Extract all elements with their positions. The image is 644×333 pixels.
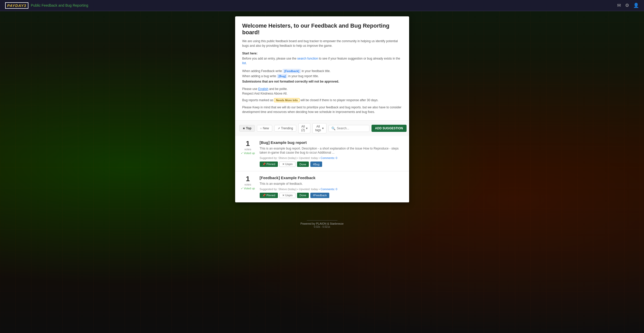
add-suggestion-button[interactable]: ADD SUGGESTION: [372, 125, 407, 132]
item-desc-2: This is an example of feedback.: [260, 182, 404, 186]
unpin-tag-2[interactable]: ✕ Unpin: [279, 193, 296, 198]
tab-top[interactable]: ★ Top: [239, 125, 255, 132]
tab-new-label: New: [263, 127, 269, 130]
mail-icon[interactable]: ✉: [617, 3, 621, 8]
done-tag-1[interactable]: Done: [297, 162, 309, 167]
search-function-link[interactable]: search function: [297, 57, 318, 60]
search-box: 🔍: [329, 125, 369, 132]
search-icon: 🔍: [331, 127, 335, 130]
tab-new[interactable]: ○ New: [257, 125, 272, 132]
needs-more-info-notice: Bug reports marked as Needs More Info wi…: [242, 98, 402, 102]
footer: Powered by PLAION & Starbreeze 0.02s - 0…: [0, 218, 644, 231]
bug-tag: [Bug]: [277, 74, 288, 78]
voted-up-2: ✓ Voted up: [241, 187, 255, 190]
feedback-rule: When adding Feedback write [Feedback] in…: [242, 68, 402, 74]
toolbar: ★ Top ○ New ↗ Trending All (2) ▾ All tag…: [235, 120, 409, 136]
start-here-label: Start here:: [242, 52, 402, 55]
tab-trending-label: Trending: [281, 127, 293, 130]
welcome-section: Welcome Heisters, to our Feedback and Bu…: [235, 16, 409, 120]
item-title-2[interactable]: [Feedback] Example Feedback: [260, 175, 404, 180]
timing: 0.02s - 0.021s: [314, 225, 330, 228]
suggestion-item-1: 1 votes ✓ Voted up [Bug] Example bug rep…: [235, 136, 409, 171]
english-link[interactable]: English: [258, 87, 268, 91]
item-desc-1: This is an example bug report. Descripti…: [260, 146, 404, 155]
filter-all-btn[interactable]: All (2) ▾: [298, 123, 310, 133]
item-body-2: [Feedback] Example Feedback This is an e…: [260, 175, 404, 198]
comments-link-2[interactable]: Comments: 0: [321, 188, 337, 191]
content-panel: Welcome Heisters, to our Feedback and Bu…: [235, 16, 409, 202]
item-tags-1: 📌 Pinned ✕ Unpin Done #Bug: [260, 162, 404, 167]
format-rules: When adding Feedback write [Feedback] in…: [242, 68, 402, 84]
suggestions-list: 1 votes ✓ Voted up [Bug] Example bug rep…: [235, 136, 409, 202]
main-header: PAYDAY3 Public Feedback and Bug Reportin…: [0, 0, 644, 11]
main-container: Welcome Heisters, to our Feedback and Bu…: [0, 11, 644, 218]
tab-trending[interactable]: ↗ Trending: [274, 125, 296, 132]
user-icon[interactable]: 👤: [633, 3, 639, 8]
feedback-tag-2[interactable]: #Feedback: [310, 193, 329, 198]
filter-tags-label: All tags: [315, 125, 321, 132]
game-logo: PAYDAY3: [5, 2, 28, 9]
comments-link-1[interactable]: Comments: 0: [321, 156, 337, 159]
unpin-tag-1[interactable]: ✕ Unpin: [279, 162, 296, 167]
item-meta-2: Suggested by: Shievo (today) • Upvoted: …: [260, 188, 404, 191]
bug-rule: When adding a bug write [Bug] in your bu…: [242, 74, 402, 79]
bug-tag-1[interactable]: #Bug: [310, 162, 322, 167]
powered-by: Powered by PLAION & Starbreeze: [300, 222, 344, 225]
trending-icon: ↗: [278, 127, 280, 130]
format-warning: Submissions that are not formatted corre…: [242, 79, 402, 84]
welcome-title: Welcome Heisters, to our Feedback and Bu…: [242, 22, 402, 36]
vote-count-1: 1: [246, 140, 250, 147]
nmi-badge: Needs More Info: [274, 98, 300, 102]
feedback-tag: [Feedback]: [283, 69, 301, 73]
voted-up-1: ✓ Voted up: [241, 152, 255, 155]
votes-label-2: votes: [244, 183, 251, 186]
bottom-notice: Please Keep in mind that we will do our …: [242, 105, 402, 114]
filter-all-label: All (2): [301, 125, 305, 132]
page-title: Public Feedback and Bug Reporting: [31, 3, 88, 7]
settings-icon[interactable]: ⚙: [625, 3, 629, 8]
item-meta-1: Suggested by: Shievo (today) • Upvoted: …: [260, 156, 404, 159]
search-instruction: Before you add an entry, please use the …: [242, 56, 402, 65]
logo-area: PAYDAY3 Public Feedback and Bug Reportin…: [5, 2, 88, 9]
vote-column-2: 1 votes ✓ Voted up: [240, 175, 256, 190]
pinned-tag-2[interactable]: 📌 Pinned: [260, 193, 278, 198]
vote-count-2: 1: [246, 175, 250, 182]
vote-column-1: 1 votes ✓ Voted up: [240, 140, 256, 155]
respect-notice: Respect And Kindness Above All.: [242, 92, 402, 95]
suggestion-item-2: 1 votes ✓ Voted up [Feedback] Example Fe…: [235, 171, 409, 202]
star-icon: ★: [243, 127, 245, 130]
list-link[interactable]: list: [242, 61, 246, 65]
item-body-1: [Bug] Example bug report This is an exam…: [260, 140, 404, 167]
done-tag-2[interactable]: Done: [297, 193, 309, 198]
search-input[interactable]: [337, 127, 368, 130]
welcome-description: We are using this public feedback board …: [242, 39, 402, 48]
filter-tags-btn[interactable]: All tags ▾: [312, 123, 326, 133]
logo-number: 3: [24, 3, 26, 8]
footer-divider: [307, 220, 337, 221]
language-notice: Please use English and be polite.: [242, 87, 402, 91]
circle-icon: ○: [260, 127, 262, 130]
item-title-1[interactable]: [Bug] Example bug report: [260, 140, 404, 145]
logo-text: PAYDAY: [7, 3, 24, 8]
tab-top-label: Top: [246, 127, 252, 130]
header-icons-group: ✉ ⚙ 👤: [617, 3, 639, 8]
item-tags-2: 📌 Pinned ✕ Unpin Done #Feedback: [260, 193, 404, 198]
pinned-tag-1[interactable]: 📌 Pinned: [260, 162, 278, 167]
votes-label-1: votes: [244, 148, 251, 151]
chevron-down-icon-2: ▾: [322, 127, 324, 130]
chevron-down-icon: ▾: [306, 127, 308, 130]
